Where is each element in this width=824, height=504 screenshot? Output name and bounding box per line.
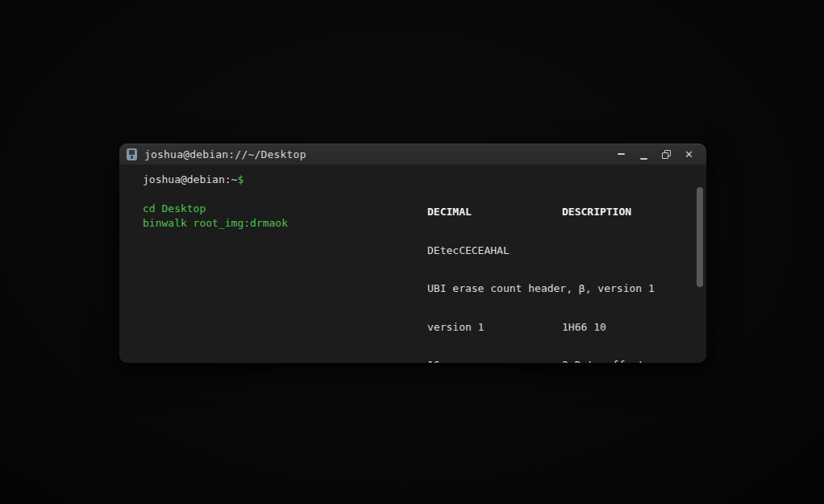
output-col-description: DESCRIPTION [562,206,631,218]
close-button[interactable]: ✕ [681,147,697,162]
blank-line [143,187,288,202]
output-row: UBI erase count header, β, version 1 [427,281,669,296]
prompt-symbol: $ [237,173,243,185]
window-title: joshua@debian://~/Desktop [144,148,306,160]
binwalk-output: DECIMALDESCRIPTION DEtecCECEAHAL UBI era… [427,181,669,363]
close-icon: ✕ [685,149,693,160]
terminal-icon [127,148,137,160]
output-row: 162 Data offset [427,358,669,363]
terminal-input-area: joshua@debian:~$ cd Desktop binwalk root… [143,173,288,231]
minimize-alt-button[interactable] [636,147,651,162]
output-col-decimal: DECIMAL [427,205,562,219]
window-controls: ✕ [614,147,697,162]
restore-icon [662,150,671,159]
desktop-background: joshua@debian://~/Desktop ✕ joshua@debia… [0,0,824,504]
scrollbar[interactable] [697,187,703,287]
minimize-icon [618,153,625,155]
output-header-row: DECIMALDESCRIPTION [427,205,669,219]
command-line: binwalk root_img:drmaok [143,216,288,231]
terminal-window: joshua@debian://~/Desktop ✕ joshua@debia… [119,144,706,363]
output-row: DEtecCECEAHAL [427,244,669,258]
minimize-alt-icon [640,158,647,160]
terminal-body[interactable]: joshua@debian:~$ cd Desktop binwalk root… [119,165,706,363]
prompt-line: joshua@debian:~$ [143,173,288,187]
minimize-button[interactable] [614,147,629,162]
titlebar[interactable]: joshua@debian://~/Desktop ✕ [119,144,706,165]
output-row: version 11H66 10 [427,320,669,335]
restore-button[interactable] [659,147,674,162]
command-line: cd Desktop [143,202,288,216]
prompt-user-host: joshua@debian: [143,173,231,185]
